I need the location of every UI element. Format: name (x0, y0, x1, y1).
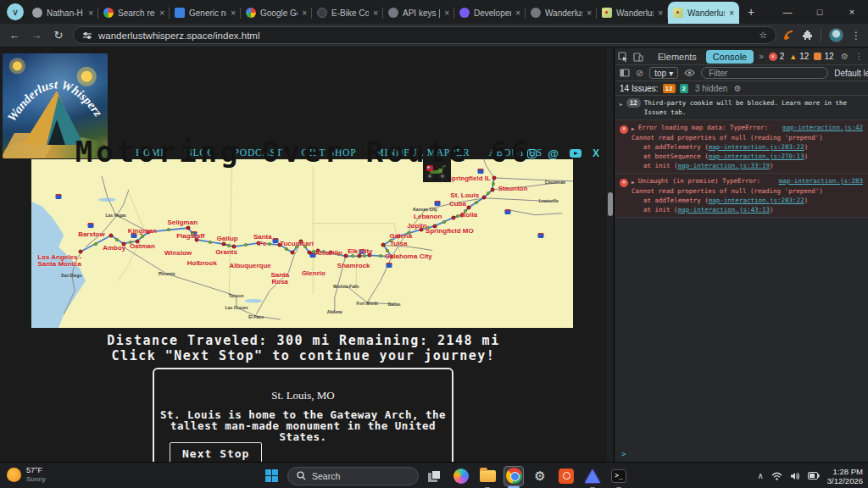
weather-widget[interactable]: 57°F Sunny (7, 466, 46, 483)
browser-tab[interactable]: Search res× (98, 2, 170, 24)
new-tab-button[interactable]: + (743, 3, 760, 20)
url-text: wanderlustwhisperz.space/index.html (98, 30, 753, 41)
tab-favicon (246, 8, 256, 18)
next-stop-button[interactable]: Next Stop (170, 442, 262, 462)
folder-icon (480, 470, 496, 482)
browser-menu-icon[interactable]: ⋮ (851, 30, 861, 42)
battery-icon[interactable] (808, 472, 820, 480)
inspect-icon[interactable] (618, 51, 628, 63)
clear-console-icon[interactable]: ⊘ (636, 67, 643, 79)
tab-close-icon[interactable]: × (231, 8, 236, 18)
tab-console[interactable]: Console (706, 50, 754, 64)
tab-favicon (459, 8, 470, 18)
tab-close-icon[interactable]: × (88, 8, 93, 18)
browser-tab[interactable]: API keys |× (383, 2, 454, 24)
tab-close-icon[interactable]: × (159, 8, 164, 18)
tab-close-icon[interactable]: × (444, 8, 449, 18)
console-error-message[interactable]: ×▶Uncaught (in promise) TypeError: map-i… (615, 174, 868, 218)
console-messages: ▶12Third-party cookie will be blocked. L… (615, 96, 868, 446)
settings-button[interactable]: ⚙ (530, 466, 550, 486)
task-view-button[interactable] (425, 466, 445, 486)
map-city-label: Los Angeles - Santa Monica (37, 254, 81, 269)
ubuntu-button[interactable] (556, 466, 576, 486)
source-link[interactable]: map-interaction.js:283:22 (709, 197, 804, 204)
extensions-icon[interactable] (802, 30, 813, 41)
source-link[interactable]: map-interaction.js:33:19 (678, 162, 770, 169)
journey-status: Distance Traveled: 300 mi Remaining: 214… (0, 333, 607, 363)
more-tabs-icon[interactable]: » (759, 52, 764, 61)
back-button[interactable]: ← (7, 29, 22, 42)
devtools-badges: × 2 ▲ 12 12 ⚙ ⋮ × (769, 51, 868, 63)
browser-tab[interactable]: Google Ge× (241, 2, 312, 24)
tab-close-icon[interactable]: × (658, 8, 663, 18)
scrollbar-thumb[interactable] (608, 192, 613, 216)
site-settings-icon[interactable] (82, 30, 92, 41)
console-prompt[interactable]: > (615, 446, 868, 462)
console-error-message[interactable]: ×▶Error loading map data: TypeError: map… (615, 120, 868, 174)
source-link[interactable]: map-interaction.js:42 (782, 123, 863, 133)
console-message-cookie[interactable]: ▶12Third-party cookie will be blocked. L… (615, 96, 868, 120)
page-scrollbar[interactable] (607, 48, 614, 462)
browser-tab[interactable]: Wanderlus× (597, 2, 668, 24)
profile-avatar[interactable] (829, 28, 843, 42)
browser-tab[interactable]: Nathan-H× (27, 2, 98, 24)
tab-close-icon[interactable]: × (373, 8, 378, 18)
file-explorer-button[interactable] (477, 466, 498, 486)
tab-elements[interactable]: Elements (654, 50, 701, 64)
error-text: Uncaught (in promise) TypeError: (638, 176, 776, 186)
browser-tab[interactable]: Wanderlus× (668, 2, 739, 24)
copilot-button[interactable] (451, 466, 471, 486)
console-filter-input[interactable] (701, 67, 828, 79)
tab-close-icon[interactable]: × (302, 8, 307, 18)
map-city-label: Kingman (128, 228, 157, 235)
volume-icon[interactable] (790, 472, 800, 480)
source-link[interactable]: map-interaction.js:43:13 (678, 206, 770, 214)
tab-search-button[interactable]: ∨ (7, 3, 24, 20)
route-map[interactable]: Las VegasSan DiegoPhoenixTucsonLas Cruce… (31, 159, 573, 328)
tray-expand-icon[interactable]: ∧ (757, 471, 763, 480)
device-toolbar-icon[interactable] (633, 51, 643, 63)
expand-caret-icon[interactable]: ▶ (632, 176, 635, 186)
browser-tab[interactable]: Developer× (454, 2, 526, 24)
warning-count: 12 (799, 52, 809, 61)
bookmark-icon[interactable]: ☆ (759, 30, 767, 41)
source-link[interactable]: map-interaction.js:283 (779, 176, 863, 186)
reload-button[interactable]: ↻ (51, 29, 66, 42)
forward-button[interactable]: → (29, 29, 44, 42)
tab-close-icon[interactable]: × (515, 8, 520, 18)
log-levels-selector[interactable]: Default levels ▾ (834, 69, 868, 78)
devtools-settings-icon[interactable]: ⚙ (839, 51, 851, 63)
terminal-button[interactable]: >_ (609, 466, 629, 486)
source-link[interactable]: map-interaction.js:283:22 (709, 143, 804, 151)
chrome-button[interactable] (504, 466, 524, 486)
tab-close-icon[interactable]: × (729, 8, 734, 18)
browser-tab[interactable]: E-Bike Con× (312, 2, 383, 24)
issues-settings-icon[interactable]: ⚙ (732, 82, 743, 94)
taskbar-clock[interactable]: 1:28 PM 3/12/2026 (827, 467, 863, 485)
taskbar: 57°F Sunny Search ⚙ >_ ∧ 1:28 P (0, 462, 868, 488)
context-selector[interactable]: top ▾ (649, 67, 678, 79)
wifi-icon[interactable] (771, 472, 782, 480)
expand-caret-icon[interactable]: ▶ (620, 98, 623, 117)
close-button[interactable]: × (836, 0, 868, 24)
rss-icon[interactable] (783, 30, 794, 41)
map-minor-label: El Paso (248, 314, 264, 319)
app-a-button[interactable] (582, 466, 603, 486)
source-link[interactable]: map-interaction.js:270:13 (709, 152, 804, 160)
url-bar[interactable]: wanderlustwhisperz.space/index.html ☆ (73, 26, 776, 44)
eye-icon[interactable] (684, 67, 695, 79)
issues-label[interactable]: 14 Issues: (620, 84, 659, 93)
expand-caret-icon[interactable]: ▶ (632, 123, 635, 133)
maximize-button[interactable]: □ (804, 0, 836, 24)
minimize-button[interactable]: — (771, 0, 804, 24)
devtools-menu-icon[interactable]: ⋮ (854, 51, 865, 63)
browser-tab[interactable]: Generic no× (170, 2, 241, 24)
taskbar-search[interactable]: Search (287, 467, 419, 485)
warning-count-icon: ▲ (789, 53, 797, 61)
error-first-line: ▶Uncaught (in promise) TypeError: map-in… (632, 176, 863, 186)
browser-tab[interactable]: Wanderlus× (526, 2, 597, 24)
console-sidebar-icon[interactable] (620, 67, 630, 79)
tab-close-icon[interactable]: × (587, 8, 592, 18)
start-button[interactable] (261, 466, 281, 486)
error-body: ▶Error loading map data: TypeError: map-… (632, 123, 863, 170)
